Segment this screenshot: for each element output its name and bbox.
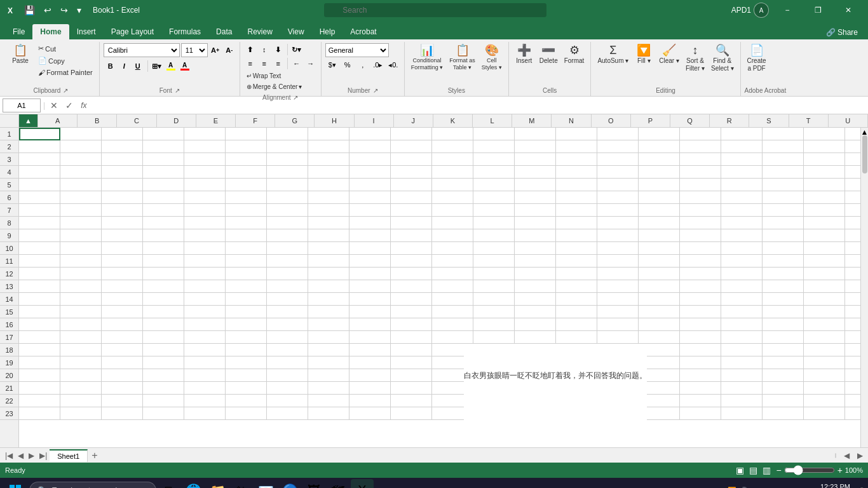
cell-H2[interactable] bbox=[308, 140, 349, 153]
cell-Q10[interactable] bbox=[680, 242, 721, 255]
cell-Q15[interactable] bbox=[680, 306, 721, 318]
font-color-btn[interactable]: A bbox=[179, 60, 191, 72]
col-header-I[interactable]: I bbox=[355, 114, 394, 127]
cell-I20[interactable] bbox=[349, 369, 391, 382]
cell-O11[interactable] bbox=[597, 255, 639, 268]
cell-L11[interactable] bbox=[473, 255, 515, 268]
cell-F10[interactable] bbox=[226, 242, 267, 255]
row-header-5[interactable]: 5 bbox=[0, 179, 18, 191]
format-as-table-btn[interactable]: 📋 Format asTable ▾ bbox=[447, 43, 478, 72]
cell-L13[interactable] bbox=[473, 280, 515, 293]
col-header-R[interactable]: R bbox=[710, 114, 749, 127]
cell-H16[interactable] bbox=[308, 318, 349, 331]
cell-U6[interactable] bbox=[845, 191, 860, 204]
paste-btn[interactable]: 📋 Paste bbox=[6, 43, 34, 66]
cell-E21[interactable] bbox=[184, 382, 226, 395]
taskbar-excel[interactable]: X bbox=[351, 479, 374, 488]
tab-insert[interactable]: Insert bbox=[69, 24, 104, 39]
cell-G14[interactable] bbox=[267, 293, 308, 306]
cell-F6[interactable] bbox=[226, 191, 267, 204]
cell-N1[interactable] bbox=[556, 128, 597, 140]
cell-F21[interactable] bbox=[226, 382, 267, 395]
cell-U18[interactable] bbox=[845, 344, 860, 356]
cell-D5[interactable] bbox=[143, 179, 184, 191]
h-scroll-left[interactable]: ◀ bbox=[841, 450, 852, 461]
cell-U21[interactable] bbox=[845, 382, 860, 395]
cell-J20[interactable] bbox=[391, 369, 432, 382]
cell-U22[interactable] bbox=[845, 395, 860, 407]
cell-E2[interactable] bbox=[184, 140, 226, 153]
cell-G19[interactable] bbox=[267, 356, 308, 369]
cell-D20[interactable] bbox=[143, 369, 184, 382]
cell-M14[interactable] bbox=[515, 293, 556, 306]
cell-H14[interactable] bbox=[308, 293, 349, 306]
cell-I2[interactable] bbox=[349, 140, 391, 153]
cell-P12[interactable] bbox=[639, 268, 680, 280]
view-break-btn[interactable]: ▥ bbox=[763, 465, 771, 475]
cell-T10[interactable] bbox=[804, 242, 845, 255]
cell-I3[interactable] bbox=[349, 153, 391, 166]
cell-A8[interactable] bbox=[19, 217, 60, 229]
cell-N8[interactable] bbox=[556, 217, 597, 229]
cell-Q9[interactable] bbox=[680, 229, 721, 242]
cell-S13[interactable] bbox=[763, 280, 804, 293]
cell-H10[interactable] bbox=[308, 242, 349, 255]
cell-B1[interactable] bbox=[60, 128, 102, 140]
cell-N15[interactable] bbox=[556, 306, 597, 318]
cancel-formula-btn[interactable]: ✕ bbox=[48, 99, 60, 112]
cell-O15[interactable] bbox=[597, 306, 639, 318]
col-header-O[interactable]: O bbox=[592, 114, 631, 127]
cell-O14[interactable] bbox=[597, 293, 639, 306]
cell-O5[interactable] bbox=[597, 179, 639, 191]
cell-B21[interactable] bbox=[60, 382, 102, 395]
col-header-D[interactable]: D bbox=[157, 114, 196, 127]
cell-R7[interactable] bbox=[721, 204, 763, 217]
cell-I6[interactable] bbox=[349, 191, 391, 204]
cell-G12[interactable] bbox=[267, 268, 308, 280]
cell-M13[interactable] bbox=[515, 280, 556, 293]
number-format-select[interactable]: General bbox=[325, 43, 389, 57]
row-header-15[interactable]: 15 bbox=[0, 306, 18, 318]
row-header-4[interactable]: 4 bbox=[0, 166, 18, 179]
col-header-H[interactable]: H bbox=[315, 114, 354, 127]
cell-D22[interactable] bbox=[143, 395, 184, 407]
cell-T11[interactable] bbox=[804, 255, 845, 268]
cell-N9[interactable] bbox=[556, 229, 597, 242]
cell-G8[interactable] bbox=[267, 217, 308, 229]
cell-R21[interactable] bbox=[721, 382, 763, 395]
cell-H8[interactable] bbox=[308, 217, 349, 229]
cell-N4[interactable] bbox=[556, 166, 597, 179]
cell-C15[interactable] bbox=[102, 306, 143, 318]
decrease-font-btn[interactable]: A- bbox=[223, 44, 236, 57]
format-painter-btn[interactable]: 🖌 Format Painter bbox=[36, 67, 95, 78]
cell-I10[interactable] bbox=[349, 242, 391, 255]
cell-C14[interactable] bbox=[102, 293, 143, 306]
cell-H22[interactable] bbox=[308, 395, 349, 407]
cell-C9[interactable] bbox=[102, 229, 143, 242]
cell-D7[interactable] bbox=[143, 204, 184, 217]
taskbar-outlook[interactable]: 📧 bbox=[254, 479, 277, 488]
cell-C16[interactable] bbox=[102, 318, 143, 331]
cell-C21[interactable] bbox=[102, 382, 143, 395]
cell-L14[interactable] bbox=[473, 293, 515, 306]
cell-U12[interactable] bbox=[845, 268, 860, 280]
cell-U23[interactable] bbox=[845, 407, 860, 420]
wrap-text-btn[interactable]: ↵ Wrap Text bbox=[244, 71, 284, 81]
redo-quick-btn[interactable]: ↪ bbox=[58, 4, 71, 17]
col-header-Q[interactable]: Q bbox=[670, 114, 710, 127]
cell-N17[interactable] bbox=[556, 331, 597, 344]
cell-K1[interactable] bbox=[432, 128, 473, 140]
cell-I9[interactable] bbox=[349, 229, 391, 242]
accounting-btn[interactable]: $▾ bbox=[325, 58, 339, 71]
cell-S20[interactable] bbox=[763, 369, 804, 382]
cell-J10[interactable] bbox=[391, 242, 432, 255]
cell-Q12[interactable] bbox=[680, 268, 721, 280]
cell-N12[interactable] bbox=[556, 268, 597, 280]
cell-D2[interactable] bbox=[143, 140, 184, 153]
cell-C10[interactable] bbox=[102, 242, 143, 255]
cell-B2[interactable] bbox=[60, 140, 102, 153]
cell-B19[interactable] bbox=[60, 356, 102, 369]
cell-J8[interactable] bbox=[391, 217, 432, 229]
col-header-T[interactable]: T bbox=[789, 114, 829, 127]
cell-P2[interactable] bbox=[639, 140, 680, 153]
